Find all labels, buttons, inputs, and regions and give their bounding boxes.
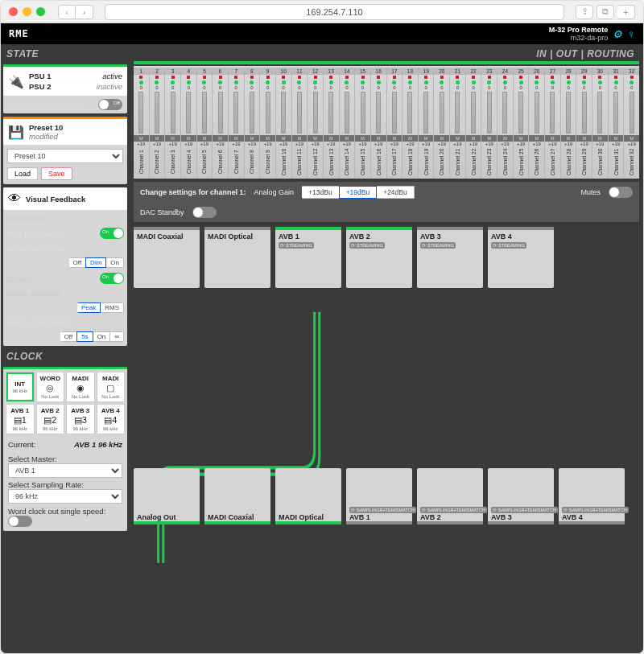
channel-17[interactable]: 170M+19Channel 17: [387, 68, 403, 179]
channel-8[interactable]: 80M+19Channel 8: [245, 68, 261, 179]
url-field[interactable]: 169.254.7.110: [105, 4, 564, 20]
clock-source-madi[interactable]: MADI◉No Lock: [66, 372, 95, 402]
output-node-analog-out[interactable]: Analog Out: [134, 468, 200, 524]
analog-gain-seg[interactable]: +13dBu+19dBu+24dBu: [302, 186, 415, 199]
channel-13[interactable]: 130M+19Channel 13: [324, 68, 340, 179]
seg-opt-+19dbu[interactable]: +19dBu: [339, 186, 378, 199]
mutes-toggle[interactable]: [609, 187, 633, 198]
wcoss-toggle[interactable]: [8, 516, 32, 527]
channel-11[interactable]: 110M+19Channel 11: [292, 68, 308, 179]
tabs-button[interactable]: ⧉: [597, 5, 614, 19]
channel-10[interactable]: 100M+19Channel 10: [276, 68, 292, 179]
input-node-madi-optical[interactable]: MADI Optical: [204, 227, 270, 288]
plw-toggle[interactable]: Off: [98, 99, 122, 110]
channel-14[interactable]: 140M+19Channel 14: [340, 68, 356, 179]
current-value: AVB 1 96 kHz: [74, 440, 122, 449]
clock-source-avb-2[interactable]: AVB 2▤296 kHz: [36, 404, 65, 434]
seg-opt-off[interactable]: Off: [60, 331, 78, 342]
channel-6[interactable]: 60M+19Channel 6: [213, 68, 229, 179]
settings-label: Change settings for channel 1:: [140, 188, 246, 196]
ring-toggle[interactable]: On: [100, 228, 124, 239]
channel-20[interactable]: 200M+19Channel 20: [434, 68, 450, 179]
channel-24[interactable]: 240M+19Channel 24: [497, 68, 514, 179]
channel-30[interactable]: 300M+19Channel 30: [592, 68, 609, 179]
psu1-label: PSU 1: [29, 72, 51, 80]
display-toggle[interactable]: On: [100, 273, 124, 284]
input-node-avb-1[interactable]: AVB 1⟳STREAMING: [275, 227, 341, 288]
master-select[interactable]: AVB 1: [8, 463, 122, 478]
seg-opt-∞[interactable]: ∞: [109, 331, 124, 342]
input-node-madi-coaxial[interactable]: MADI Coaxial: [134, 227, 200, 288]
output-node-avb-2[interactable]: ⟳SAMPLINGRATEMISMATCHAVB 2: [417, 468, 483, 524]
channel-25[interactable]: 250M+19Channel 25: [514, 68, 530, 179]
channel-27[interactable]: 270M+19Channel 27: [545, 68, 561, 179]
output-node-avb-1[interactable]: ⟳SAMPLINGRATEMISMATCHAVB 1: [346, 468, 412, 524]
channel-7[interactable]: 70M+19Channel 7: [229, 68, 245, 179]
seg-opt-on[interactable]: On: [93, 331, 111, 342]
rate-select[interactable]: 96 kHz: [8, 489, 122, 504]
global-metering-seg[interactable]: PeakRMS: [77, 302, 124, 313]
minimize-button[interactable]: [23, 7, 31, 16]
maximize-button[interactable]: [36, 7, 45, 16]
channel-4[interactable]: 40M+19Channel 4: [181, 68, 197, 179]
seg-opt-+24dbu[interactable]: +24dBu: [376, 186, 415, 199]
channel-31[interactable]: 310M+19Channel 31: [609, 68, 625, 179]
clock-source-avb-4[interactable]: AVB 4▤496 kHz: [97, 404, 126, 434]
clock-source-avb-1[interactable]: AVB 1▤196 kHz: [6, 404, 35, 434]
seg-opt-on[interactable]: On: [105, 257, 124, 268]
input-node-avb-2[interactable]: AVB 2⟳STREAMING: [346, 227, 412, 288]
channel-15[interactable]: 150M+19Channel 15: [355, 68, 371, 179]
brand-logo: RME: [9, 28, 29, 39]
channel-23[interactable]: 230M+19Channel 23: [481, 68, 497, 179]
close-button[interactable]: [9, 7, 18, 16]
output-node-madi-coaxial[interactable]: MADI Coaxial: [204, 468, 270, 524]
save-button[interactable]: Save: [41, 167, 72, 180]
seg-opt-dim[interactable]: Dim: [85, 257, 106, 268]
channel-21[interactable]: 210M+19Channel 21: [450, 68, 466, 179]
seg-opt-+13dbu[interactable]: +13dBu: [302, 186, 340, 199]
load-button[interactable]: Load: [7, 167, 38, 180]
dac-toggle[interactable]: [192, 207, 217, 218]
channel-19[interactable]: 190M+19Channel 19: [419, 68, 435, 179]
channel-18[interactable]: 180M+19Channel 18: [402, 68, 419, 179]
share-button[interactable]: ⇪: [576, 5, 593, 19]
clock-source-madi[interactable]: MADI▢No Lock: [97, 372, 126, 402]
channel-26[interactable]: 260M+19Channel 26: [529, 68, 545, 179]
input-node-avb-3[interactable]: AVB 3⟳STREAMING: [417, 227, 483, 288]
preset-select[interactable]: Preset 10: [7, 149, 123, 163]
channel-28[interactable]: 280M+19Channel 28: [561, 68, 577, 179]
new-tab-button[interactable]: +: [617, 5, 635, 19]
seg-opt-peak[interactable]: Peak: [77, 302, 101, 313]
clock-source-avb-3[interactable]: AVB 3▤396 kHz: [66, 404, 95, 434]
channel-2[interactable]: 20M+19Channel 2: [150, 68, 166, 179]
frontpanel-label: Frontpanel: [6, 214, 43, 223]
settings-icon[interactable]: ⚙: [613, 28, 622, 40]
channel-22[interactable]: 220M+19Channel 22: [466, 68, 482, 179]
hint-icon[interactable]: ♀: [627, 28, 635, 40]
clock-source-int[interactable]: INT96 kHz: [6, 372, 35, 402]
channel-29[interactable]: 290M+19Channel 29: [576, 68, 592, 179]
product-name: M-32 Pro Remote: [549, 26, 609, 34]
channel-5[interactable]: 50M+19Channel 5: [197, 68, 213, 179]
forward-button[interactable]: ›: [76, 5, 93, 19]
output-node-avb-4[interactable]: ⟳SAMPLINGRATEMISMATCHAVB 4: [559, 468, 625, 524]
channel-32[interactable]: 320M+19Channel 32: [624, 68, 639, 179]
seg-opt-5s[interactable]: 5s: [76, 331, 93, 342]
clock-source-word[interactable]: WORD◎No Lock: [36, 372, 65, 402]
back-button[interactable]: ‹: [58, 5, 76, 19]
dac-label: DAC Standby: [140, 208, 184, 216]
channel-3[interactable]: 30M+19Channel 3: [165, 68, 181, 179]
seg-opt-off[interactable]: Off: [69, 257, 87, 268]
channel-12[interactable]: 120M+19Channel 12: [308, 68, 324, 179]
wcoss-label: Word clock out single speed:: [8, 507, 122, 516]
peak-hold-seg[interactable]: Off5sOn∞: [60, 331, 124, 342]
seg-opt-rms[interactable]: RMS: [100, 302, 124, 313]
output-node-avb-3[interactable]: ⟳SAMPLINGRATEMISMATCHAVB 3: [488, 468, 554, 524]
output-node-madi-optical[interactable]: MADI Optical: [275, 468, 341, 524]
levelmeter-seg[interactable]: OffDimOn: [69, 257, 124, 268]
channel-1[interactable]: 10M+19Channel 1: [134, 68, 150, 179]
channel-9[interactable]: 90M+19Channel 9: [260, 68, 276, 179]
channel-16[interactable]: 160M+19Channel 16: [371, 68, 387, 179]
input-node-avb-4[interactable]: AVB 4⟳STREAMING: [488, 227, 554, 288]
main-title: IN | OUT | ROUTING: [134, 47, 639, 61]
